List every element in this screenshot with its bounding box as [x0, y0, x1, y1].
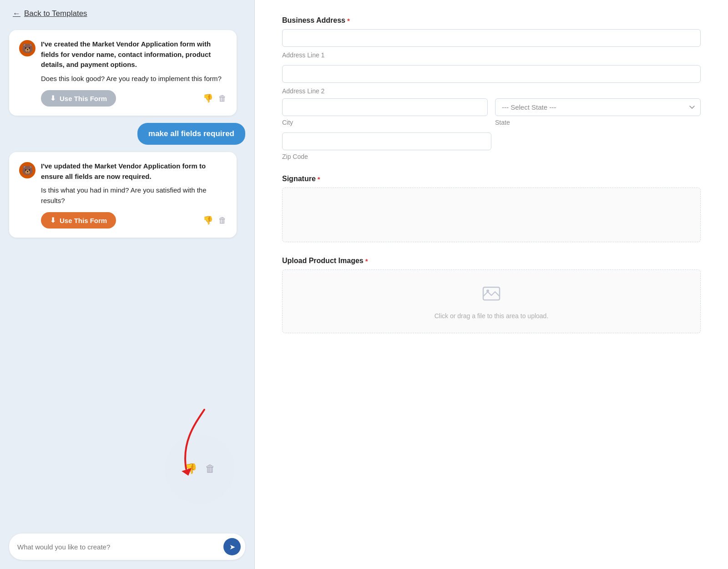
left-panel: ← Back to Templates 🐻 I've created the M… [0, 0, 255, 569]
bot-text-1: I've created the Market Vendor Applicati… [41, 39, 227, 107]
business-address-section: Business Address * Address Line 1 Addres… [282, 16, 701, 160]
zip-input[interactable] [282, 132, 491, 150]
bot-avatar-1: 🐻 [19, 40, 35, 56]
user-bubble: make all fields required [137, 123, 245, 145]
bot-message-1: 🐻 I've created the Market Vendor Applica… [9, 30, 237, 116]
signature-box[interactable] [282, 188, 701, 242]
trash-button-1[interactable]: 🗑 [218, 93, 227, 103]
business-address-required: * [347, 17, 350, 25]
upload-required: * [365, 257, 368, 265]
chat-input-wrapper: ➤ [9, 533, 245, 560]
svg-point-2 [486, 290, 489, 292]
download-icon-2: ⬇ [50, 216, 56, 224]
send-icon: ➤ [229, 543, 235, 551]
address-line1-input[interactable] [282, 29, 701, 47]
bot-message-2: 🐻 I've updated the Market Vendor Applica… [9, 152, 237, 238]
state-select[interactable]: --- Select State --- Alabama Alaska Ariz… [495, 98, 701, 116]
upload-box[interactable]: Click or drag a file to this area to upl… [282, 269, 701, 333]
download-icon-1: ⬇ [50, 94, 56, 102]
thumbsdown-button-1[interactable]: 👎 [203, 93, 213, 103]
zip-label: Zip Code [282, 153, 491, 160]
signature-label: Signature * [282, 175, 701, 183]
city-state-row: City --- Select State --- Alabama Alaska… [282, 98, 701, 129]
bot-avatar-2: 🐻 [19, 162, 35, 178]
back-label: Back to Templates [24, 9, 87, 18]
use-form-button-2[interactable]: ⬇ Use This Form [41, 212, 116, 229]
chat-input-area: ➤ [0, 526, 254, 569]
back-to-templates-link[interactable]: ← Back to Templates [0, 0, 254, 25]
address-line2-input[interactable] [282, 65, 701, 83]
thumbsdown-button-2[interactable]: 👎 [203, 215, 213, 225]
back-arrow-icon: ← [13, 9, 20, 18]
zip-field: Zip Code [282, 132, 491, 160]
city-label: City [282, 119, 488, 126]
right-panel: Business Address * Address Line 1 Addres… [255, 0, 728, 569]
chat-input[interactable] [17, 543, 223, 551]
bot-actions-2: ⬇ Use This Form 👎 🗑 [41, 212, 227, 229]
use-form-button-1[interactable]: ⬇ Use This Form [41, 90, 116, 107]
signature-required: * [318, 175, 320, 183]
business-address-label: Business Address * [282, 16, 701, 25]
bot-actions-1: ⬇ Use This Form 👎 🗑 [41, 90, 227, 107]
action-icons-2: 👎 🗑 [203, 215, 227, 225]
city-input[interactable] [282, 98, 488, 116]
address-line2-label: Address Line 2 [282, 87, 701, 95]
upload-section: Upload Product Images * Click or drag a … [282, 257, 701, 333]
state-label: State [495, 119, 701, 126]
action-icons-1: 👎 🗑 [203, 93, 227, 103]
state-field: --- Select State --- Alabama Alaska Ariz… [495, 98, 701, 129]
address-line1-label: Address Line 1 [282, 51, 701, 59]
upload-icon [481, 284, 501, 308]
bot-text-2: I've updated the Market Vendor Applicati… [41, 161, 227, 229]
upload-label: Upload Product Images * [282, 257, 701, 265]
chat-area: 🐻 I've created the Market Vendor Applica… [0, 25, 254, 526]
user-message-wrapper: make all fields required [9, 123, 245, 145]
signature-section: Signature * [282, 175, 701, 242]
city-field: City [282, 98, 488, 129]
send-button[interactable]: ➤ [223, 538, 241, 555]
trash-button-2[interactable]: 🗑 [218, 215, 227, 225]
upload-text: Click or drag a file to this area to upl… [435, 312, 549, 320]
